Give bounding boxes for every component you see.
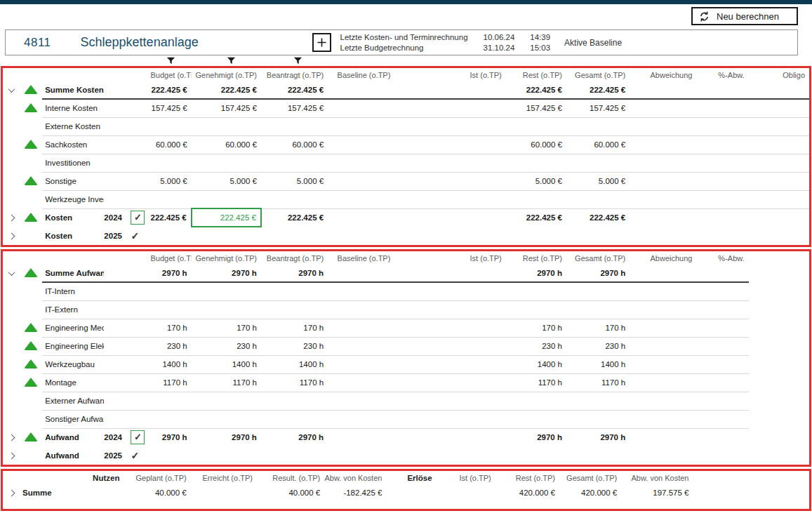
- trend-up-icon: [24, 268, 38, 277]
- value-cell: [394, 355, 505, 373]
- value-cell: [328, 392, 394, 410]
- value-cell: 1170 h: [261, 373, 328, 392]
- table-row[interactable]: Summe Kosten222.425 €222.425 €222.425 €2…: [3, 81, 809, 99]
- chevron-right-icon[interactable]: [8, 490, 15, 497]
- column-header: Genehmigt (o.TP): [192, 69, 261, 81]
- value-cell: 2970 h: [192, 428, 261, 446]
- column-header: Budget (o.TP): [151, 69, 192, 81]
- value-cell: [328, 300, 394, 319]
- value-cell: [67, 484, 124, 502]
- column-header: Gesamt (o.TP): [566, 252, 630, 264]
- column-header: Erlöse: [386, 472, 435, 484]
- table-row[interactable]: Montage1170 h1170 h1170 h1170 h1170 h: [3, 373, 809, 392]
- table-row[interactable]: Externer Aufwand: [3, 392, 809, 410]
- value-cell: 1170 h: [151, 373, 192, 392]
- column-header: Abweichung: [630, 252, 696, 264]
- filter-icon[interactable]: [166, 56, 175, 65]
- table-row[interactable]: Externe Kosten: [3, 117, 809, 135]
- value-cell: [506, 117, 566, 135]
- value-cell: [394, 373, 505, 392]
- table-row[interactable]: Summe40.000 €40.000 €-182.425 €420.000 €…: [3, 484, 809, 502]
- column-header: Obligo: [749, 69, 809, 81]
- value-cell: [566, 117, 630, 135]
- table-row[interactable]: Aufwand2025✓: [3, 446, 809, 465]
- value-cell: [630, 410, 696, 428]
- chevron-right-icon[interactable]: [8, 453, 15, 460]
- highlighted-value-cell[interactable]: 222.425 €: [192, 208, 261, 227]
- project-name: Schleppkettenanlage: [81, 35, 312, 50]
- value-cell: [696, 227, 748, 245]
- row-label: Externer Aufwand: [45, 397, 104, 405]
- table-row[interactable]: Sonstige5.000 €5.000 €5.000 €5.000 €5.00…: [3, 172, 809, 190]
- table-row[interactable]: IT-Intern: [3, 282, 809, 300]
- filter-icon[interactable]: [227, 56, 236, 65]
- column-header-row: Budget (o.TP)Genehmigt (o.TP)Beantragt (…: [3, 69, 809, 81]
- row-label: Aufwand: [45, 451, 79, 460]
- table-row[interactable]: Kosten2025✓: [3, 227, 809, 245]
- chevron-right-icon[interactable]: [8, 233, 15, 240]
- year-checkbox[interactable]: ✓: [131, 211, 145, 225]
- value-cell: [696, 190, 748, 208]
- recalculate-button[interactable]: Neu berechnen: [691, 7, 798, 25]
- table-row[interactable]: Engineering Elektrik230 h230 h230 h230 h…: [3, 337, 809, 355]
- checkmark-icon[interactable]: ✓: [131, 450, 139, 461]
- trend-up-icon: [24, 378, 38, 387]
- table-row[interactable]: Werkzeuge Invest.: [3, 190, 809, 208]
- table-row[interactable]: Investitionen: [3, 154, 809, 172]
- row-label: Summe Aufwand: [45, 269, 104, 277]
- value-cell: [630, 135, 696, 154]
- value-cell: [192, 117, 261, 135]
- value-cell: 1400 h: [192, 355, 261, 373]
- value-cell: 60.000 €: [151, 135, 192, 154]
- trend-up-icon: [24, 103, 38, 112]
- value-cell: [749, 81, 809, 99]
- last-budget-calc-label: Letzte Budgetrechnung: [340, 43, 468, 53]
- table-row[interactable]: Sachkosten60.000 €60.000 €60.000 €60.000…: [3, 135, 809, 154]
- table-row[interactable]: Summe Aufwand2970 h2970 h2970 h2970 h297…: [3, 264, 809, 282]
- chevron-right-icon[interactable]: [8, 434, 15, 441]
- table-row[interactable]: IT-Extern: [3, 300, 809, 319]
- table-row[interactable]: Werkzeugbau1400 h1400 h1400 h1400 h1400 …: [3, 355, 809, 373]
- chevron-down-icon[interactable]: [8, 269, 15, 276]
- filter-icon[interactable]: [293, 56, 302, 65]
- value-cell: 2970 h: [566, 264, 630, 282]
- last-cost-calc-date: 10.06.24: [484, 32, 515, 43]
- expand-details-button[interactable]: [312, 33, 331, 52]
- row-label: Aufwand: [45, 433, 79, 441]
- value-cell: [192, 446, 261, 465]
- value-cell: 222.425 €: [506, 81, 566, 99]
- project-id: 4811: [24, 36, 51, 50]
- value-cell: [696, 300, 748, 319]
- column-header: Baseline (o.TP): [328, 69, 394, 81]
- value-cell: 197.575 €: [621, 484, 693, 502]
- value-cell: 1170 h: [566, 373, 630, 392]
- table-row[interactable]: Interne Kosten157.425 €157.425 €157.425 …: [3, 99, 809, 117]
- value-cell: [506, 190, 566, 208]
- chevron-right-icon[interactable]: [8, 215, 15, 222]
- value-cell: [394, 81, 505, 99]
- value-cell: 170 h: [192, 319, 261, 337]
- table-row[interactable]: Kosten2024✓222.425 €222.425 €222.425 €22…: [3, 208, 809, 227]
- column-header: Genehmigt (o.TP): [192, 252, 261, 264]
- column-header: Beantragt (o.TP): [261, 252, 328, 264]
- row-label: Kosten: [45, 232, 72, 240]
- value-cell: [630, 117, 696, 135]
- value-cell: [696, 135, 748, 154]
- column-header: Gesamt (o.TP): [566, 69, 630, 81]
- value-cell: [696, 355, 748, 373]
- last-cost-calc-label: Letzte Kosten- und Terminrechnung: [340, 32, 468, 43]
- value-cell: 5.000 €: [566, 172, 630, 190]
- value-cell: [328, 446, 394, 465]
- value-cell: [630, 264, 696, 282]
- table-row[interactable]: Aufwand2024✓2970 h2970 h2970 h2970 h2970…: [3, 428, 809, 446]
- last-budget-calc-time: 15:03: [530, 43, 550, 53]
- table-row[interactable]: Engineering Mechanik170 h170 h170 h170 h…: [3, 319, 809, 337]
- value-cell: [328, 373, 394, 392]
- table-row[interactable]: Sonstiger Aufwand: [3, 410, 809, 428]
- checkmark-icon[interactable]: ✓: [131, 230, 139, 241]
- chevron-down-icon[interactable]: [8, 86, 15, 93]
- column-header: %-Abw.: [696, 252, 748, 264]
- value-cell: [151, 446, 192, 465]
- column-header-row: Budget (o.TP)Genehmigt (o.TP)Beantragt (…: [3, 252, 809, 264]
- year-checkbox[interactable]: ✓: [131, 430, 145, 444]
